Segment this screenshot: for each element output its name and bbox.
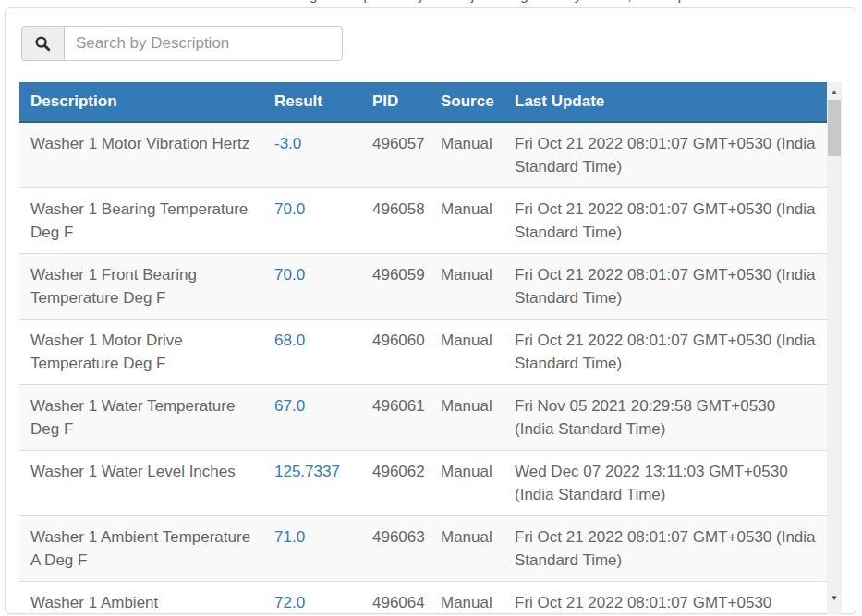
cell-source: Manual <box>430 451 504 516</box>
column-header-source: Source <box>430 82 504 122</box>
cell-last_update: Fri Oct 21 2022 08:01:07 GMT+0530 (India… <box>504 516 827 582</box>
cell-source: Manual <box>430 254 504 320</box>
cell-last_update: Fri Oct 21 2022 08:01:07 GMT+0530 (India… <box>504 254 827 320</box>
cell-last_update: Fri Oct 21 2022 08:01:07 GMT+0530 <box>504 582 827 615</box>
cell-pid: 496063 <box>361 516 430 582</box>
table-row: Washer 1 Ambient72.0496064ManualFri Oct … <box>19 582 827 615</box>
table-row: Washer 1 Ambient Temperature A Deg F71.0… <box>19 516 827 582</box>
table-row: Washer 1 Motor Drive Temperature Deg F68… <box>19 320 827 385</box>
page: g p y j g y , p DescriptionResultPIDSour… <box>0 0 862 616</box>
cell-last_update: Fri Oct 21 2022 08:01:07 GMT+0530 (India… <box>504 122 827 188</box>
table-row: Washer 1 Water Temperature Deg F67.04960… <box>19 385 827 451</box>
result-link[interactable]: 67.0 <box>274 397 305 415</box>
cell-pid: 496060 <box>361 320 430 385</box>
table-body: Washer 1 Motor Vibration Hertz-3.0496057… <box>19 122 827 614</box>
readings-panel: DescriptionResultPIDSourceLast Update Wa… <box>5 7 856 614</box>
cell-result: 67.0 <box>263 385 361 451</box>
cell-last_update: Wed Dec 07 2022 13:11:03 GMT+0530 (India… <box>504 451 827 516</box>
clipped-text-top: g p y j g y , p <box>310 0 813 4</box>
cell-source: Manual <box>430 188 504 254</box>
table-header-row: DescriptionResultPIDSourceLast Update <box>19 82 827 122</box>
cell-result: 125.7337 <box>263 451 361 516</box>
cell-result: 70.0 <box>263 254 361 320</box>
cell-description: Washer 1 Water Level Inches <box>19 451 263 516</box>
cell-last_update: Fri Oct 21 2022 08:01:07 GMT+0530 (India… <box>504 320 827 385</box>
table-row: Washer 1 Front Bearing Temperature Deg F… <box>19 254 827 320</box>
readings-table: DescriptionResultPIDSourceLast Update Wa… <box>19 82 827 614</box>
cell-pid: 496062 <box>361 451 430 516</box>
column-header-last-update: Last Update <box>504 82 827 122</box>
search-input[interactable] <box>64 26 343 61</box>
cell-description: Washer 1 Ambient <box>19 582 263 615</box>
cell-source: Manual <box>430 582 504 615</box>
search-icon <box>34 35 52 53</box>
vertical-scrollbar[interactable]: ▲ ▼ <box>827 82 842 614</box>
cell-pid: 496061 <box>361 385 430 451</box>
cell-result: 72.0 <box>263 582 361 615</box>
cell-description: Washer 1 Bearing Temperature Deg F <box>19 188 263 254</box>
cell-description: Washer 1 Ambient Temperature A Deg F <box>19 516 263 582</box>
cell-description: Washer 1 Motor Drive Temperature Deg F <box>19 320 263 385</box>
column-header-pid: PID <box>361 82 430 122</box>
table-row: Washer 1 Motor Vibration Hertz-3.0496057… <box>19 122 827 188</box>
result-link[interactable]: 70.0 <box>274 200 305 218</box>
result-link[interactable]: 68.0 <box>274 332 305 349</box>
result-link[interactable]: -3.0 <box>274 135 301 152</box>
result-link[interactable]: 71.0 <box>274 528 305 546</box>
cell-result: 68.0 <box>263 320 361 385</box>
cell-result: 70.0 <box>263 188 361 254</box>
table-row: Washer 1 Bearing Temperature Deg F70.049… <box>19 188 827 254</box>
result-link[interactable]: 125.7337 <box>274 463 340 480</box>
cell-last_update: Fri Nov 05 2021 20:29:58 GMT+0530 (India… <box>504 385 827 451</box>
cell-source: Manual <box>430 516 504 582</box>
cell-result: -3.0 <box>263 122 361 188</box>
cell-source: Manual <box>430 122 504 188</box>
cell-pid: 496064 <box>361 582 430 615</box>
cell-pid: 496058 <box>361 188 430 254</box>
scroll-down-button[interactable]: ▼ <box>827 590 842 605</box>
result-link[interactable]: 70.0 <box>274 266 305 284</box>
cell-description: Washer 1 Motor Vibration Hertz <box>19 122 263 188</box>
cell-source: Manual <box>430 385 504 451</box>
scrollbar-thumb[interactable] <box>828 100 841 156</box>
column-header-description: Description <box>19 82 263 122</box>
cell-pid: 496059 <box>361 254 430 320</box>
search-group <box>21 26 343 61</box>
cell-source: Manual <box>430 320 504 385</box>
clipped-text: g p y j g y , p <box>310 0 686 3</box>
scroll-up-button[interactable]: ▲ <box>827 84 842 99</box>
table-row: Washer 1 Water Level Inches125.733749606… <box>19 451 827 516</box>
readings-table-container: DescriptionResultPIDSourceLast Update Wa… <box>19 82 842 614</box>
cell-description: Washer 1 Water Temperature Deg F <box>19 385 263 451</box>
column-header-result: Result <box>263 82 361 122</box>
result-link[interactable]: 72.0 <box>274 594 305 611</box>
cell-result: 71.0 <box>263 516 361 582</box>
cell-last_update: Fri Oct 21 2022 08:01:07 GMT+0530 (India… <box>504 188 827 254</box>
cell-pid: 496057 <box>361 122 430 188</box>
search-addon <box>21 26 64 61</box>
cell-description: Washer 1 Front Bearing Temperature Deg F <box>19 254 263 320</box>
